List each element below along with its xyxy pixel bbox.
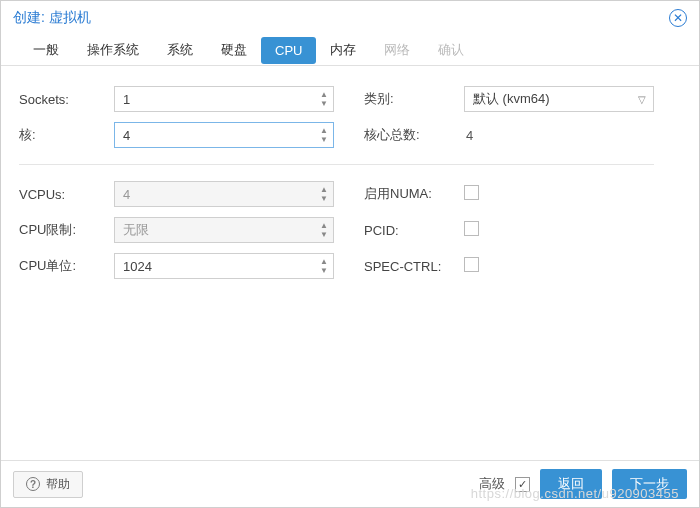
cpulimit-field[interactable]: ▲▼ [114, 217, 334, 243]
tab-general[interactable]: 一般 [19, 35, 73, 65]
tab-panel-cpu: Sockets: ▲▼ 类别: ▽ 核: ▲▼ 核心总数: 4 VCPUs: [1, 66, 699, 460]
cores-stepper[interactable]: ▲▼ [318, 124, 330, 146]
tab-bar: 一般 操作系统 系统 硬盘 CPU 内存 网络 确认 [1, 35, 699, 66]
cpuunit-label: CPU单位: [19, 257, 114, 275]
tab-confirm: 确认 [424, 35, 478, 65]
type-combo[interactable]: ▽ [464, 86, 654, 112]
tab-memory[interactable]: 内存 [316, 35, 370, 65]
specctrl-label: SPEC-CTRL: [364, 259, 464, 274]
tab-network: 网络 [370, 35, 424, 65]
vcpus-field[interactable]: ▲▼ [114, 181, 334, 207]
advanced-label: 高级 [479, 475, 505, 493]
dialog-title: 创建: 虚拟机 [13, 9, 91, 27]
sockets-stepper[interactable]: ▲▼ [318, 88, 330, 110]
numa-checkbox[interactable] [464, 185, 479, 200]
cores-input[interactable] [114, 122, 334, 148]
next-button[interactable]: 下一步 [612, 469, 687, 499]
help-label: 帮助 [46, 476, 70, 493]
numa-label: 启用NUMA: [364, 185, 464, 203]
tab-cpu[interactable]: CPU [261, 37, 316, 64]
sockets-input[interactable] [114, 86, 334, 112]
sockets-label: Sockets: [19, 92, 114, 107]
vcpus-stepper[interactable]: ▲▼ [318, 183, 330, 205]
dialog-create-vm: 创建: 虚拟机 ✕ 一般 操作系统 系统 硬盘 CPU 内存 网络 确认 Soc… [0, 0, 700, 508]
back-button[interactable]: 返回 [540, 469, 602, 499]
cpuunit-stepper[interactable]: ▲▼ [318, 255, 330, 277]
cpulimit-input[interactable] [114, 217, 334, 243]
pcid-checkbox[interactable] [464, 221, 479, 236]
titlebar: 创建: 虚拟机 ✕ [1, 1, 699, 35]
help-button[interactable]: ? 帮助 [13, 471, 83, 498]
tab-system[interactable]: 系统 [153, 35, 207, 65]
tab-disk[interactable]: 硬盘 [207, 35, 261, 65]
divider [19, 164, 654, 165]
type-input[interactable] [464, 86, 654, 112]
cores-field[interactable]: ▲▼ [114, 122, 334, 148]
footer: ? 帮助 高级 ✓ 返回 下一步 [1, 460, 699, 507]
cores-label: 核: [19, 126, 114, 144]
tab-os[interactable]: 操作系统 [73, 35, 153, 65]
sockets-field[interactable]: ▲▼ [114, 86, 334, 112]
totalcores-label: 核心总数: [364, 126, 464, 144]
cpulimit-label: CPU限制: [19, 221, 114, 239]
help-icon: ? [26, 477, 40, 491]
cpuunit-field[interactable]: ▲▼ [114, 253, 334, 279]
cpulimit-stepper[interactable]: ▲▼ [318, 219, 330, 241]
vcpus-label: VCPUs: [19, 187, 114, 202]
close-icon[interactable]: ✕ [669, 9, 687, 27]
type-label: 类别: [364, 90, 464, 108]
specctrl-checkbox[interactable] [464, 257, 479, 272]
chevron-down-icon: ▽ [638, 94, 646, 105]
cpuunit-input[interactable] [114, 253, 334, 279]
pcid-label: PCID: [364, 223, 464, 238]
advanced-checkbox[interactable]: ✓ [515, 477, 530, 492]
vcpus-input[interactable] [114, 181, 334, 207]
totalcores-value: 4 [464, 128, 654, 143]
